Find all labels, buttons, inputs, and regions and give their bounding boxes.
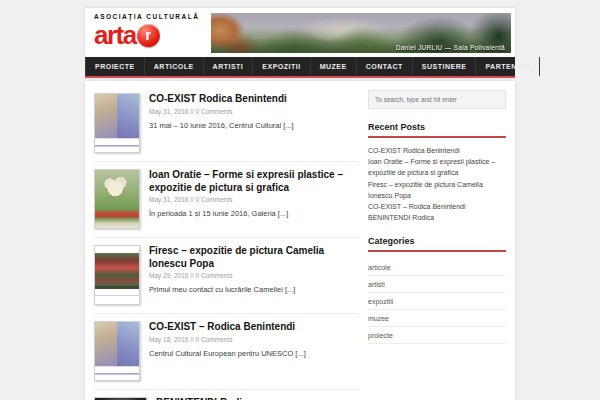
post-excerpt: Primul meu contact cu lucrările Cameliei… (149, 285, 358, 295)
post-meta: May 31, 2016 // 0 Comments (149, 108, 294, 115)
post-meta: May 18, 2016 // 0 Comments (149, 336, 306, 343)
nav-item-contact[interactable]: CONTACT (357, 57, 413, 76)
post-item: Firesc – expozitie de pictura Camelia Io… (94, 238, 358, 314)
post-title[interactable]: CO-EXIST Rodica Benintendi (149, 93, 294, 106)
post-item: CO-EXIST Rodica Benintendi May 31, 2016 … (94, 86, 358, 162)
nav-item-artisti[interactable]: ARTISTI (204, 57, 254, 76)
post-item: CO-EXIST – Rodica Benintendi May 18, 201… (94, 314, 358, 390)
nav-item-expozitii[interactable]: EXPOZITII (253, 57, 310, 76)
logo-r-badge-icon: r (137, 24, 160, 47)
site-tagline: ASOCIAȚIA CULTURALĂ (94, 13, 199, 20)
post-title[interactable]: CO-EXIST – Rodica Benintendi (149, 321, 306, 334)
nav-item-parteneri[interactable]: PARTENERI (476, 57, 539, 76)
recent-posts-heading: Recent Posts (368, 122, 506, 138)
categories-heading: Categories (368, 236, 506, 252)
categories-list: articole artisti expozitii muzee proiect… (368, 259, 506, 344)
recent-post-link[interactable]: BENINTENDI Rodica (368, 212, 506, 223)
search-input[interactable] (368, 90, 506, 109)
recent-post-link[interactable]: CO-EXIST – Rodica Benintendi (368, 201, 506, 212)
post-list: CO-EXIST Rodica Benintendi May 31, 2016 … (94, 86, 368, 400)
post-thumbnail-coexist[interactable] (94, 93, 140, 153)
category-link-articole[interactable]: articole (368, 259, 506, 276)
nav-item-proiecte[interactable]: PROIECTE (85, 57, 145, 76)
recent-post-link[interactable]: CO-EXIST Rodica Benintendi (368, 145, 506, 156)
post-thumbnail-oratie[interactable] (94, 169, 140, 229)
category-link-proiecte[interactable]: proiecte (368, 327, 506, 344)
site-header: ASOCIAȚIA CULTURALĂ arta r Daniel JURLIU… (85, 8, 515, 57)
nav-item-muzee[interactable]: MUZEE (311, 57, 357, 76)
post-title[interactable]: Firesc – expozitie de pictura Camelia Io… (149, 245, 358, 270)
logo-text: arta (94, 22, 136, 48)
header-banner-painting: Daniel JURLIU — Sala Polivalentă (211, 13, 511, 53)
post-item: Ioan Oratie – Forme si expresii plastice… (94, 162, 358, 238)
post-meta: May 29, 2016 // 0 Comments (149, 272, 358, 279)
content-area: CO-EXIST Rodica Benintendi May 31, 2016 … (85, 81, 515, 400)
post-excerpt: În perioada 1 și 15 iunie 2016, Galeria … (149, 209, 358, 219)
post-meta: May 31, 2016 // 0 Comments (149, 196, 358, 203)
recent-posts-list: CO-EXIST Rodica Benintendi Ioan Oratie –… (368, 145, 506, 223)
post-item: BENINTENDI Rodica May 18, 2016 // 0 Comm… (94, 390, 358, 400)
category-link-muzee[interactable]: muzee (368, 310, 506, 327)
recent-post-link[interactable]: Ioan Oratie – Forme si expresii plastice… (368, 156, 506, 178)
recent-post-link[interactable]: Firesc – expozitie de pictura Camelia Io… (368, 179, 506, 201)
sidebar: Recent Posts CO-EXIST Rodica Benintendi … (368, 86, 506, 400)
nav-item-sustinere[interactable]: SUSTINERE (413, 57, 477, 76)
post-thumbnail-firesc[interactable] (94, 245, 140, 305)
post-title[interactable]: Ioan Oratie – Forme si expresii plastice… (149, 169, 358, 194)
post-excerpt: 31 mai – 10 iunie 2016, Centrul Cultural… (149, 121, 294, 131)
nav-item-articole[interactable]: ARTICOLE (145, 57, 204, 76)
banner-caption: Daniel JURLIU — Sala Polivalentă (396, 44, 505, 51)
post-excerpt: Centrul Cultural European pentru UNESCO … (149, 349, 306, 359)
main-navigation: PROIECTE ARTICOLE ARTISTI EXPOZITII MUZE… (85, 57, 515, 78)
category-link-artisti[interactable]: artisti (368, 276, 506, 293)
category-link-expozitii[interactable]: expozitii (368, 293, 506, 310)
page-container: ASOCIAȚIA CULTURALĂ arta r Daniel JURLIU… (85, 8, 515, 400)
site-logo[interactable]: ASOCIAȚIA CULTURALĂ arta r (94, 13, 199, 48)
post-thumbnail-coexist2[interactable] (94, 321, 140, 381)
